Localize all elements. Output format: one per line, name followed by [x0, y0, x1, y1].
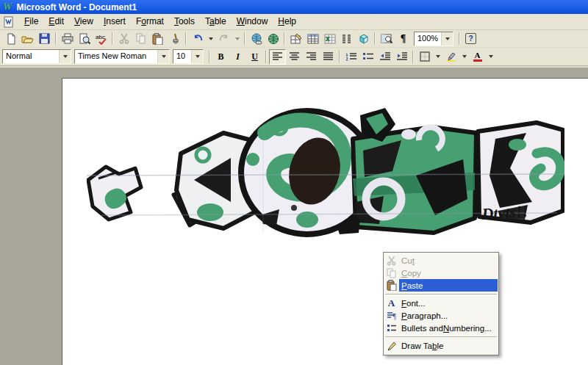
font-dropdown[interactable] — [157, 50, 169, 63]
undo-button[interactable] — [189, 31, 206, 46]
zoom-combo[interactable]: 100% — [414, 32, 453, 46]
format-painter-button[interactable] — [166, 31, 183, 46]
document-page[interactable]: Dtvts!! — [62, 78, 588, 365]
align-center-button[interactable] — [286, 49, 303, 65]
toolbar-separator — [209, 51, 210, 63]
graffiti-image[interactable]: Dtvts!! — [87, 108, 564, 240]
chevron-down-icon — [196, 55, 200, 58]
chevron-down-icon — [489, 55, 493, 58]
italic-button[interactable]: I — [229, 49, 246, 65]
show-hide-icon: ¶ — [401, 34, 406, 44]
chevron-down-icon — [235, 37, 240, 40]
draw-table-icon — [384, 339, 399, 352]
context-menu-item-draw-table[interactable]: Draw Table — [384, 339, 498, 352]
numbering-button[interactable] — [343, 49, 359, 65]
font-size-combo[interactable]: 10 — [173, 49, 204, 64]
underline-button[interactable]: U — [246, 49, 263, 65]
open-button[interactable] — [19, 31, 36, 46]
decrease-indent-icon — [380, 52, 390, 61]
word-logo-icon: W — [3, 2, 12, 12]
chevron-down-icon — [209, 37, 213, 40]
toolbar-separator — [339, 51, 340, 63]
context-menu-item-font[interactable]: A Font... — [384, 297, 498, 309]
justify-button[interactable] — [320, 49, 337, 65]
decrease-indent-button[interactable] — [376, 49, 393, 65]
context-menu-item-paragraph[interactable]: ¶ Paragraph... — [384, 309, 498, 322]
insert-table-icon — [307, 34, 319, 44]
toolbar-separator — [265, 51, 267, 63]
font-color-button[interactable]: A — [469, 49, 486, 65]
numbering-icon — [346, 52, 356, 61]
menu-format[interactable]: Format — [131, 15, 169, 28]
toolbar-separator — [284, 32, 285, 45]
bullets-button[interactable] — [359, 49, 376, 65]
context-menu-item-paste[interactable]: Paste — [384, 279, 498, 292]
paste-icon — [384, 279, 399, 292]
align-left-button[interactable] — [269, 49, 286, 65]
help-button[interactable]: ? — [462, 31, 479, 46]
document-area: Dtvts!! — [0, 68, 588, 365]
style-dropdown[interactable] — [59, 50, 71, 63]
document-control-icon[interactable] — [3, 16, 15, 27]
insert-excel-button[interactable] — [321, 31, 338, 46]
new-document-button[interactable] — [2, 31, 19, 46]
underline-icon: U — [251, 52, 258, 61]
spelling-button[interactable]: abc — [93, 31, 110, 46]
open-folder-icon — [21, 33, 34, 45]
insert-hyperlink-button[interactable] — [248, 31, 265, 46]
font-size-dropdown[interactable] — [191, 50, 203, 63]
redo-button — [215, 31, 232, 46]
chevron-down-icon — [445, 37, 450, 40]
zoom-dropdown[interactable] — [441, 32, 453, 46]
document-map-button[interactable] — [378, 31, 395, 46]
menu-window[interactable]: Window — [232, 15, 273, 28]
outside-border-button[interactable] — [416, 49, 433, 65]
formatting-toolbar: Normal Times New Roman 10 B I U A — [0, 48, 588, 66]
save-button[interactable] — [36, 31, 53, 46]
border-dropdown[interactable] — [433, 49, 442, 65]
font-color-icon: A — [473, 51, 482, 62]
font-combo[interactable]: Times New Roman — [74, 49, 170, 64]
cut-icon — [119, 33, 129, 44]
menu-edit[interactable]: Edit — [43, 15, 69, 28]
insert-excel-icon — [324, 34, 336, 44]
help-icon: ? — [465, 33, 476, 44]
paste-button[interactable] — [149, 31, 166, 46]
standard-toolbar: abc ¶ 100% ? — [0, 30, 588, 48]
bold-button[interactable]: B — [212, 49, 229, 65]
justify-icon — [323, 52, 333, 61]
new-document-icon — [5, 33, 17, 45]
font-value: Times New Roman — [75, 50, 157, 63]
align-right-icon — [306, 52, 316, 61]
font-color-dropdown[interactable] — [486, 49, 495, 65]
insert-table-button[interactable] — [304, 31, 321, 46]
document-map-icon — [381, 33, 392, 45]
highlight-dropdown[interactable] — [459, 49, 469, 65]
copy-icon — [384, 267, 399, 279]
undo-dropdown[interactable] — [206, 31, 215, 46]
menu-view[interactable]: View — [69, 15, 98, 28]
context-menu-item-bullets-numbering[interactable]: Bullets and Numbering... — [384, 322, 498, 334]
menu-insert[interactable]: Insert — [98, 15, 131, 28]
menu-file[interactable]: File — [19, 15, 43, 28]
menu-table[interactable]: Table — [200, 15, 232, 28]
highlight-button[interactable] — [442, 49, 459, 65]
style-combo[interactable]: Normal — [2, 49, 71, 64]
context-menu-item-copy: Copy — [384, 267, 498, 279]
tables-and-borders-button[interactable] — [287, 31, 304, 46]
columns-icon — [341, 34, 352, 44]
print-preview-button[interactable] — [76, 31, 93, 46]
increase-indent-icon — [397, 52, 407, 61]
highlight-icon — [446, 51, 456, 62]
window-title: Microsoft Word - Document1 — [16, 2, 137, 12]
drawing-button[interactable] — [355, 31, 372, 46]
columns-button[interactable] — [338, 31, 355, 46]
increase-indent-button[interactable] — [393, 49, 410, 65]
show-hide-button[interactable]: ¶ — [395, 31, 412, 46]
align-right-button[interactable] — [303, 49, 320, 65]
menu-tools[interactable]: Tools — [169, 15, 200, 28]
chevron-down-icon — [63, 55, 68, 58]
web-toolbar-button[interactable] — [265, 31, 282, 46]
print-button[interactable] — [59, 31, 76, 46]
menu-help[interactable]: Help — [273, 15, 301, 28]
